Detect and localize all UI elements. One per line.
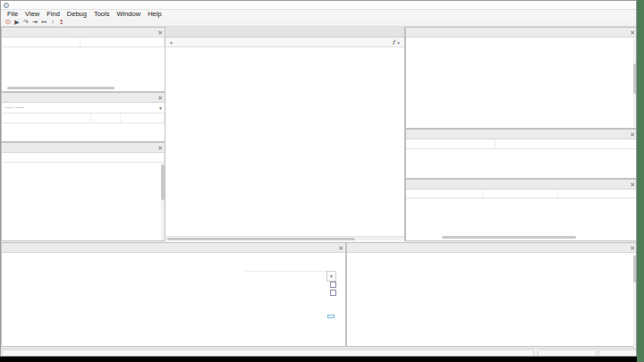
menu-item-file[interactable]: File — [4, 10, 21, 18]
file-scope-select[interactable]: ▼ — [169, 38, 174, 46]
step-over-icon[interactable]: ↷ — [21, 18, 30, 26]
step-out-icon[interactable]: ↤ — [39, 18, 48, 26]
sampling-columns — [2, 114, 165, 123]
col-value — [80, 38, 165, 46]
functions-header: ✕ — [2, 143, 165, 153]
menu-item-tools[interactable]: Tools — [90, 10, 114, 18]
timeline-legend: ▼ — [245, 264, 336, 298]
timeline-header: ✕ — [2, 243, 345, 253]
frame-down-icon[interactable]: ↥ — [57, 18, 66, 26]
step-into-icon[interactable]: ⇥ — [30, 18, 39, 26]
functions-vscrollbar[interactable] — [161, 163, 165, 241]
col-value — [121, 114, 165, 122]
watched-data-header: ✕ — [2, 28, 165, 38]
frame-up-icon[interactable]: ↑ — [48, 18, 57, 26]
legend-freq-select[interactable]: ▼ — [326, 271, 336, 282]
code-editor: ▼ f ▼ — [165, 27, 405, 241]
chevron-down-icon: ▼ — [169, 40, 174, 46]
col-value — [483, 189, 558, 198]
ozone-debugger-window: FileViewFindDebugToolsWindowHelp ⏻▶↷⇥↤↑↥… — [0, 0, 637, 357]
close-icon[interactable]: ✕ — [157, 28, 163, 38]
data-sampling-panel: ✕ ▼ — [1, 92, 165, 142]
menu-item-find[interactable]: Find — [43, 10, 64, 18]
col-source — [496, 139, 637, 148]
draw-points-checkbox[interactable] — [330, 282, 336, 288]
menu-item-debug[interactable]: Debug — [64, 10, 90, 18]
status-cursor-position — [538, 349, 597, 357]
menu-item-help[interactable]: Help — [144, 10, 165, 18]
registers-panel: ✕ — [405, 179, 637, 241]
function-icon: f — [393, 39, 395, 46]
close-icon[interactable]: ✕ — [630, 243, 635, 253]
data-sampling-header: ✕ — [2, 93, 165, 103]
chevron-down-icon: ▼ — [329, 274, 334, 279]
tab-setup[interactable] — [4, 107, 13, 108]
col-expression — [2, 38, 80, 46]
registers-columns — [406, 189, 637, 198]
menu-item-window[interactable]: Window — [113, 10, 144, 18]
call-stack-columns — [406, 139, 637, 149]
play-icon[interactable]: ▶ — [13, 18, 21, 26]
time-cursor-tooltip — [327, 315, 335, 318]
timeline-x-axis — [2, 338, 347, 348]
legend-title — [245, 264, 336, 272]
editor-tabbar — [165, 27, 404, 38]
col-type — [91, 114, 121, 122]
col-name — [2, 153, 165, 162]
names-at-cursor-checkbox[interactable] — [330, 290, 336, 296]
function-select[interactable]: f ▼ — [393, 38, 402, 46]
close-icon[interactable]: ✕ — [630, 130, 635, 139]
terminal-vscrollbar[interactable] — [633, 254, 637, 347]
close-icon[interactable]: ✕ — [630, 180, 635, 189]
functions-panel: ✕ — [1, 142, 165, 241]
functions-columns — [2, 153, 165, 163]
code-area[interactable] — [165, 47, 404, 236]
call-stack-panel: ✕ — [405, 129, 637, 179]
menu-item-view[interactable]: View — [21, 10, 43, 18]
terminal-header: ✕ — [347, 243, 637, 253]
toolbar: ⏻▶↷⇥↤↑↥ — [1, 18, 636, 27]
col-description — [558, 189, 637, 198]
registers-hscrollbar[interactable] — [442, 236, 576, 239]
statusbar — [1, 348, 637, 357]
timeline-panel: ✕ ▼ — [1, 242, 346, 347]
desktop-background-strip — [637, 0, 644, 362]
close-icon[interactable]: ✕ — [630, 28, 635, 38]
registers-header: ✕ — [406, 180, 637, 189]
watched-data-panel: ✕ — [1, 27, 165, 92]
status-message — [2, 349, 534, 357]
close-icon[interactable]: ✕ — [157, 93, 163, 103]
chevron-down-icon: ▼ — [158, 105, 163, 111]
titlebar — [1, 1, 636, 10]
disassembly-header: ✕ — [406, 28, 637, 38]
status-connection — [598, 349, 637, 357]
chevron-down-icon: ▼ — [396, 40, 401, 46]
app-icon — [4, 3, 9, 8]
power-icon[interactable]: ⏻ — [4, 18, 13, 26]
menubar: FileViewFindDebugToolsWindowHelp — [1, 10, 636, 18]
watched-hscrollbar[interactable] — [7, 87, 114, 89]
col-expression — [2, 114, 91, 122]
close-icon[interactable]: ✕ — [338, 243, 343, 253]
sampling-freq-select[interactable]: ▼ — [158, 103, 165, 114]
watched-columns — [2, 38, 165, 47]
disassembly-panel: ✕ — [405, 27, 637, 129]
tab-samples[interactable] — [15, 107, 24, 108]
col-function — [406, 139, 496, 148]
editor-scopebar: ▼ f ▼ — [165, 38, 404, 47]
disassembly-vscrollbar[interactable] — [633, 38, 637, 129]
editor-hscrollbar[interactable] — [165, 236, 404, 240]
close-icon[interactable]: ✕ — [157, 143, 163, 153]
terminal-panel: ✕ — [346, 242, 637, 347]
desktop: FileViewFindDebugToolsWindowHelp ⏻▶↷⇥↤↑↥… — [0, 0, 644, 362]
col-name — [406, 189, 483, 198]
call-stack-header: ✕ — [406, 130, 637, 139]
